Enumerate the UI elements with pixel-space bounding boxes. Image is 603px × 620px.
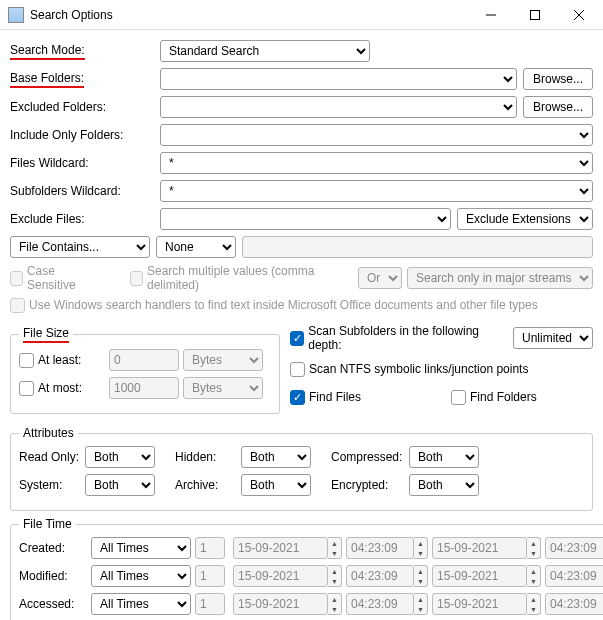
spinner-icon[interactable]: ▲▼ [414,565,428,587]
file-size-group: File Size At least: Bytes At most: Bytes [10,326,280,414]
find-files-checkbox[interactable]: Find Files [290,390,361,405]
excluded-folders-browse-button[interactable]: Browse... [523,96,593,118]
encrypted-select[interactable]: Both [409,474,479,496]
created-mode-select[interactable]: All Times [91,537,191,559]
created-label: Created: [19,541,91,555]
maximize-button[interactable] [513,1,557,29]
subfolders-wildcard-input[interactable]: * [160,180,593,202]
read-only-label: Read Only: [19,450,85,464]
or-select[interactable]: Or [358,267,402,289]
file-contains-select[interactable]: File Contains... [10,236,150,258]
at-most-checkbox[interactable]: At most: [19,381,99,396]
scan-subfolders-checkbox[interactable]: Scan Subfolders in the following depth: [290,324,503,352]
search-mode-select[interactable]: Standard Search [160,40,370,62]
spinner-icon[interactable]: ▲▼ [328,565,342,587]
system-select[interactable]: Both [85,474,155,496]
depth-select[interactable]: Unlimited [513,327,593,349]
file-contains-encoding-select[interactable]: None [156,236,236,258]
archive-label: Archive: [175,478,241,492]
minimize-button[interactable] [469,1,513,29]
svg-rect-1 [531,10,540,19]
modified-label: Modified: [19,569,91,583]
at-least-unit-select[interactable]: Bytes [183,349,263,371]
accessed-time2-input[interactable] [545,593,603,615]
files-wildcard-input[interactable]: * [160,152,593,174]
accessed-mode-select[interactable]: All Times [91,593,191,615]
at-most-input[interactable] [109,377,179,399]
accessed-label: Accessed: [19,597,91,611]
win-handlers-checkbox[interactable]: Use Windows search handlers to find text… [10,298,538,313]
modified-num-input[interactable] [195,565,225,587]
excluded-folders-input[interactable] [160,96,517,118]
exclude-files-input[interactable] [160,208,451,230]
exclude-extensions-select[interactable]: Exclude Extensions List [457,208,593,230]
at-most-unit-select[interactable]: Bytes [183,377,263,399]
streams-select[interactable]: Search only in major streams [407,267,593,289]
created-time2-input[interactable] [545,537,603,559]
accessed-num-input[interactable] [195,593,225,615]
created-num-input[interactable] [195,537,225,559]
search-mode-label: Search Mode: [10,43,160,60]
excluded-folders-label: Excluded Folders: [10,100,160,114]
system-label: System: [19,478,85,492]
scan-ntfs-checkbox[interactable]: Scan NTFS symbolic links/junction points [290,362,528,377]
archive-select[interactable]: Both [241,474,311,496]
include-only-input[interactable] [160,124,593,146]
spinner-icon[interactable]: ▲▼ [328,593,342,615]
files-wildcard-label: Files Wildcard: [10,156,160,170]
attributes-group: Attributes Read Only: Both Hidden: Both … [10,426,593,511]
created-date2-input[interactable] [432,537,527,559]
spinner-icon[interactable]: ▲▼ [527,593,541,615]
modified-mode-select[interactable]: All Times [91,565,191,587]
case-sensitive-checkbox[interactable]: Case Sensitive [10,264,94,292]
find-folders-checkbox[interactable]: Find Folders [451,390,537,405]
multi-values-checkbox[interactable]: Search multiple values (comma delimited) [130,264,336,292]
attributes-legend: Attributes [19,426,78,440]
at-least-checkbox[interactable]: At least: [19,353,99,368]
file-time-group: File Time Created: All Times ▲▼ ▲▼ ▲▼ ▲▼… [10,517,603,620]
modified-date2-input[interactable] [432,565,527,587]
base-folders-input[interactable] [160,68,517,90]
spinner-icon[interactable]: ▲▼ [328,537,342,559]
file-size-legend: File Size [19,326,73,343]
at-least-input[interactable] [109,349,179,371]
modified-date1-input[interactable] [233,565,328,587]
created-date1-input[interactable] [233,537,328,559]
modified-time1-input[interactable] [346,565,414,587]
app-icon [8,7,24,23]
include-only-label: Include Only Folders: [10,128,160,142]
compressed-select[interactable]: Both [409,446,479,468]
file-time-legend: File Time [19,517,76,531]
compressed-label: Compressed: [331,450,409,464]
accessed-date1-input[interactable] [233,593,328,615]
accessed-date2-input[interactable] [432,593,527,615]
window-title: Search Options [30,8,469,22]
spinner-icon[interactable]: ▲▼ [414,593,428,615]
subfolders-wildcard-label: Subfolders Wildcard: [10,184,160,198]
modified-time2-input[interactable] [545,565,603,587]
base-folders-label: Base Folders: [10,71,160,88]
base-folders-browse-button[interactable]: Browse... [523,68,593,90]
spinner-icon[interactable]: ▲▼ [527,565,541,587]
close-button[interactable] [557,1,601,29]
hidden-select[interactable]: Both [241,446,311,468]
titlebar: Search Options [0,0,603,30]
spinner-icon[interactable]: ▲▼ [527,537,541,559]
spinner-icon[interactable]: ▲▼ [414,537,428,559]
accessed-time1-input[interactable] [346,593,414,615]
hidden-label: Hidden: [175,450,241,464]
read-only-select[interactable]: Both [85,446,155,468]
exclude-files-label: Exclude Files: [10,212,160,226]
encrypted-label: Encrypted: [331,478,409,492]
created-time1-input[interactable] [346,537,414,559]
file-contains-input[interactable] [242,236,593,258]
